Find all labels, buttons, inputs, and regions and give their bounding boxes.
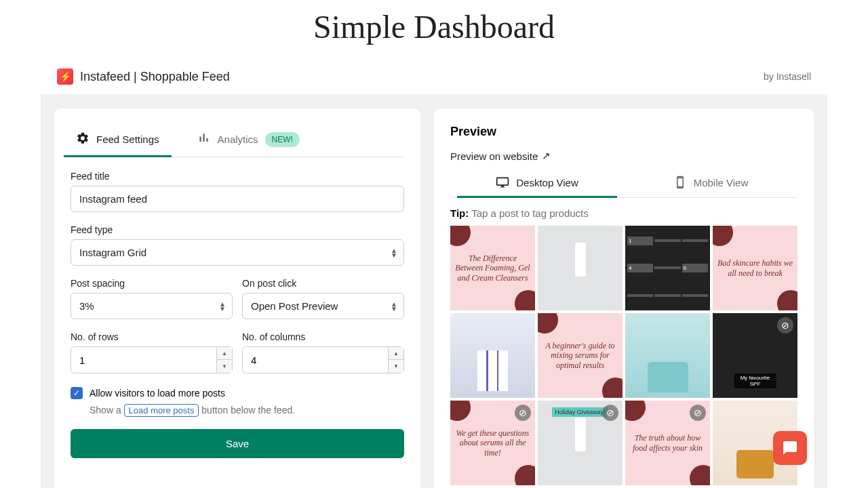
app-author: by Instasell [764, 71, 811, 82]
stepper-up[interactable]: ▲ [217, 347, 232, 360]
post-spacing-label: Post spacing [71, 278, 233, 289]
post-thumbnail[interactable]: A beginner's guide to mixing serums for … [538, 313, 623, 398]
on-click-label: On post click [242, 278, 404, 289]
tab-mobile-view[interactable]: Mobile View [624, 167, 797, 197]
post-thumbnail[interactable]: Bad skincare habits we all need to break [713, 226, 797, 310]
app-header: ⚡ Instafeed | Shoppable Feed by Instasel… [41, 59, 827, 94]
app-container: ⚡ Instafeed | Shoppable Feed by Instasel… [41, 59, 827, 488]
post-thumbnail[interactable]: We get these questions about serums all … [450, 401, 535, 485]
external-link-icon: ↗ [542, 150, 551, 162]
new-badge: NEW! [265, 132, 300, 147]
post-thumbnail[interactable] [625, 313, 710, 398]
checkbox-help: Show a Load more posts button below the … [90, 403, 295, 418]
tab-desktop-view[interactable]: Desktop View [450, 167, 624, 197]
post-thumbnail[interactable]: The Difference Between Foaming, Gel and … [450, 226, 535, 310]
checkbox-label: Allow visitors to load more posts [90, 386, 295, 401]
stepper-down[interactable]: ▼ [389, 360, 403, 373]
cols-label: No. of columns [242, 331, 404, 342]
chat-support-button[interactable] [773, 431, 807, 465]
post-thumbnail[interactable]: Holiday Giveaway!⊘ [538, 401, 623, 485]
preview-on-website-link[interactable]: Preview on website ↗ [450, 150, 797, 162]
eye-off-icon: ⊘ [777, 317, 793, 333]
tab-feed-settings[interactable]: Feed Settings [71, 125, 165, 157]
load-more-checkbox[interactable]: ✓ [71, 387, 83, 399]
preview-title: Preview [450, 125, 797, 139]
tab-label: Feed Settings [96, 134, 159, 145]
analytics-icon [197, 131, 211, 147]
post-thumbnail[interactable] [450, 313, 535, 398]
post-spacing-select[interactable]: 3% [71, 293, 233, 319]
tab-label: Analytics [218, 134, 258, 145]
save-button[interactable]: Save [71, 429, 404, 458]
tab-analytics[interactable]: Analytics NEW! [192, 125, 305, 157]
page-title: Simple Dashboard [0, 0, 868, 59]
rows-input[interactable] [71, 346, 217, 373]
desktop-icon [496, 176, 509, 189]
app-logo-icon: ⚡ [57, 68, 73, 85]
tip-line: Tip: Tap a post to tag products [450, 207, 797, 219]
view-tabs: Desktop View Mobile View [450, 167, 797, 198]
preview-card: Preview Preview on website ↗ Desktop Vie… [434, 108, 814, 488]
post-thumbnail[interactable] [538, 226, 623, 310]
eye-off-icon: ⊘ [690, 405, 706, 421]
load-more-pill: Load more posts [124, 404, 199, 417]
settings-tabs: Feed Settings Analytics NEW! [71, 125, 404, 157]
stepper-down[interactable]: ▼ [217, 360, 232, 373]
feed-title-label: Feed title [71, 171, 404, 182]
settings-card: Feed Settings Analytics NEW! Feed title … [54, 108, 420, 488]
eye-off-icon: ⊘ [515, 405, 531, 421]
feed-type-label: Feed type [71, 224, 404, 235]
post-thumbnail[interactable]: 146 [625, 226, 710, 310]
feed-title-input[interactable] [71, 186, 404, 212]
mobile-icon [673, 176, 687, 189]
rows-label: No. of rows [71, 331, 233, 342]
preview-grid: The Difference Between Foaming, Gel and … [450, 226, 797, 485]
post-thumbnail[interactable]: The truth about how food affects your sk… [625, 401, 710, 485]
gear-icon [76, 131, 90, 147]
on-click-select[interactable]: Open Post Preview [242, 293, 404, 319]
post-thumbnail[interactable]: ⊘ [713, 313, 797, 398]
cols-input[interactable] [242, 346, 389, 373]
eye-off-icon: ⊘ [602, 405, 618, 421]
stepper-up[interactable]: ▲ [389, 347, 403, 360]
feed-type-select[interactable]: Instagram Grid [71, 239, 404, 266]
app-title: Instafeed | Shoppable Feed [80, 70, 230, 84]
